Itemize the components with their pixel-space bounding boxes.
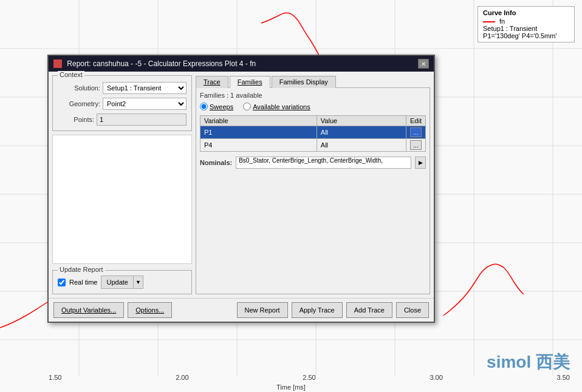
x-label-4: 3.00: [430, 374, 442, 381]
curve-info-setup: Setup1 : Transient: [483, 25, 569, 32]
update-row: Real time Update ▼: [58, 275, 187, 289]
col-variable: Variable: [200, 116, 317, 126]
x-label-1: 1.50: [49, 374, 61, 381]
tab-families-display-label: Families Display: [279, 78, 328, 86]
edit-btn-p1[interactable]: ...: [410, 127, 421, 137]
points-row: Points:: [58, 113, 187, 126]
curve-info-params: P1='130deg' P4='0.5mm': [483, 32, 569, 39]
realtime-label: Real time: [69, 279, 97, 286]
add-trace-button[interactable]: Add Trace: [346, 302, 392, 318]
x-axis-title: Time [ms]: [276, 384, 306, 391]
dialog-footer: Output Variables... Options... New Repor…: [49, 298, 434, 322]
solution-row: Solution: Setup1 : Transient: [58, 82, 187, 94]
edit-btn-p4[interactable]: ...: [410, 140, 421, 150]
report-dialog: Report: canshuhua - -5 - Calculator Expr…: [47, 55, 435, 323]
radio-variations[interactable]: [243, 103, 251, 110]
context-group-title: Context: [58, 71, 84, 78]
cell-edit-p1: ...: [406, 126, 426, 139]
x-axis-labels: 1.50 2.00 2.50 3.00 3.50: [49, 374, 570, 381]
apply-trace-button[interactable]: Apply Trace: [292, 302, 343, 318]
cell-variable-p4: P4: [200, 139, 317, 152]
nominals-arrow-button[interactable]: ▶: [415, 157, 426, 169]
footer-left-buttons: Output Variables... Options...: [53, 302, 172, 318]
update-report-group: Update Report Real time Update ▼: [52, 270, 192, 294]
x-label-2: 2.00: [176, 374, 188, 381]
col-edit: Edit: [406, 116, 426, 126]
tab-families-display[interactable]: Families Display: [272, 76, 336, 88]
table-row[interactable]: P1 All ...: [200, 126, 426, 139]
curve-info-box: Curve Info fn Setup1 : Transient P1='130…: [478, 6, 575, 42]
geometry-row: Geometry: Point2: [58, 98, 187, 110]
update-btn-group: Update ▼: [101, 275, 143, 289]
solution-select[interactable]: Setup1 : Transient: [103, 82, 187, 94]
tab-trace[interactable]: Trace: [196, 76, 228, 88]
x-label-5: 3.50: [557, 374, 570, 381]
variable-table: Variable Value Edit P1 All ...: [200, 115, 426, 152]
new-report-button[interactable]: New Report: [237, 302, 288, 318]
dialog-title-area: Report: canshuhua - -5 - Calculator Expr…: [53, 59, 256, 69]
context-group: Context Solution: Setup1 : Transient Geo…: [52, 75, 192, 131]
curve-info-line: fn: [483, 18, 569, 25]
right-panel: Trace Families Families Display Families…: [196, 75, 430, 294]
update-report-title: Update Report: [58, 266, 105, 273]
nominals-value: Bs0_Stator, CenterBrige_Length, CenterBr…: [236, 157, 411, 169]
geometry-label: Geometry:: [58, 100, 100, 107]
curve-info-title: Curve Info: [483, 9, 569, 16]
output-variables-button[interactable]: Output Variables...: [53, 302, 124, 318]
radio-sweeps-option[interactable]: Sweeps: [200, 103, 233, 110]
col-value: Value: [317, 116, 406, 126]
curve-line-sample: [483, 21, 495, 22]
watermark: simol 西美: [487, 351, 570, 374]
points-input[interactable]: [97, 113, 187, 126]
radio-group: Sweeps Available variations: [200, 103, 426, 110]
table-row[interactable]: P4 All ...: [200, 139, 426, 152]
nominals-label: Nominals:: [200, 159, 232, 166]
families-header: Families : 1 available: [200, 92, 426, 99]
families-tab-content: Families : 1 available Sweeps Available …: [196, 88, 430, 294]
dialog-title: Report: canshuhua - -5 - Calculator Expr…: [67, 59, 256, 68]
tab-families[interactable]: Families: [230, 76, 270, 88]
dialog-body: Context Solution: Setup1 : Transient Geo…: [49, 72, 434, 298]
tab-families-label: Families: [238, 78, 262, 86]
nominals-row: Nominals: Bs0_Stator, CenterBrige_Length…: [200, 157, 426, 169]
realtime-checkbox[interactable]: [58, 279, 66, 286]
radio-sweeps[interactable]: [200, 103, 208, 110]
radio-variations-label: Available variations: [253, 103, 310, 110]
points-label: Points:: [58, 116, 94, 123]
cell-edit-p4: ...: [406, 139, 426, 152]
curve-fn-label: fn: [499, 18, 505, 25]
radio-variations-option[interactable]: Available variations: [243, 103, 310, 110]
empty-preview-area: [52, 135, 192, 264]
x-label-3: 2.50: [303, 374, 315, 381]
solution-label: Solution:: [58, 84, 100, 92]
cell-variable-p1: P1: [200, 126, 317, 139]
cell-value-p4: All: [317, 139, 406, 152]
options-button[interactable]: Options...: [128, 302, 172, 318]
table-header-row: Variable Value Edit: [200, 116, 426, 126]
tab-trace-label: Trace: [204, 78, 221, 86]
radio-sweeps-label: Sweeps: [210, 103, 233, 110]
left-panel: Context Solution: Setup1 : Transient Geo…: [52, 75, 192, 294]
cell-value-p1: All: [317, 126, 406, 139]
tabs-bar: Trace Families Families Display: [196, 75, 430, 88]
dialog-titlebar: Report: canshuhua - -5 - Calculator Expr…: [49, 56, 434, 72]
dialog-icon: [53, 59, 62, 68]
footer-right-buttons: New Report Apply Trace Add Trace Close: [237, 302, 429, 318]
update-dropdown-button[interactable]: ▼: [134, 275, 143, 289]
dialog-close-icon[interactable]: ✕: [418, 59, 429, 69]
close-button[interactable]: Close: [396, 302, 429, 318]
geometry-select[interactable]: Point2: [103, 98, 187, 110]
update-button[interactable]: Update: [101, 275, 133, 289]
